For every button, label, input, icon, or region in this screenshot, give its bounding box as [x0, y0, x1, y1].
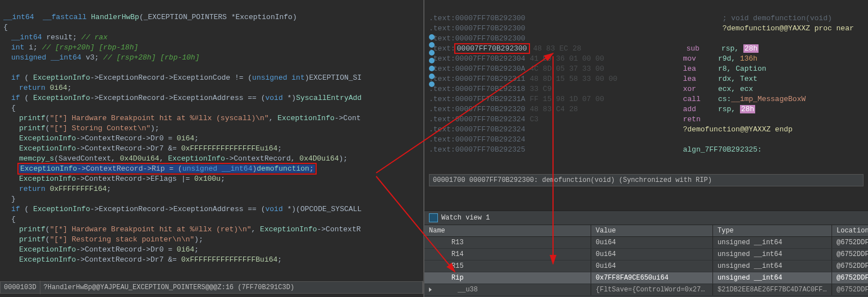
addr-6: .text:00007FF70B292311 — [429, 75, 526, 83]
mnm-lea1: lea — [683, 65, 696, 73]
bp-dot-icon[interactable] — [429, 66, 435, 71]
addr-8: .text:00007FF70B29231A — [429, 95, 526, 103]
str-hwbp-syscall: "[*] Hardware Breakpoint hit at %#llx (s… — [50, 114, 269, 122]
ops-xor: ecx, ecx — [718, 85, 753, 93]
watch-type: unsigned __int64 — [713, 237, 832, 248]
mnm-mov: mov — [683, 54, 696, 63]
col-type[interactable]: Type — [713, 225, 832, 236]
bp-dot-icon[interactable] — [429, 58, 435, 63]
fn-name: HandlerHwBp — [91, 13, 139, 21]
watch-type: unsigned __int64 — [713, 249, 832, 260]
proc-near: ?demofunction@@YAXXZ proc near — [723, 24, 854, 33]
bp-dot-icon[interactable] — [429, 74, 435, 79]
decompilation-pane[interactable]: __int64 __fastcall HandlerHwBp(_EXCEPTIO… — [0, 0, 424, 297]
imm-sub: 28h — [743, 44, 759, 53]
cmt-v3: // [rsp+28h] [rbp-10h] — [103, 53, 200, 62]
watch-value: 0ui64 — [591, 261, 713, 272]
watch-value: 0x7FF8FA9CE650ui64 — [591, 272, 713, 284]
cmt-i: // [rsp+20h] [rbp-18h] — [42, 43, 139, 52]
call-sym: __imp_MessageBoxW — [731, 95, 806, 103]
col-value[interactable]: Value — [591, 225, 713, 236]
addr-11: .text:00007FF70B292324 — [429, 125, 526, 134]
sd-off: 00001700 — [433, 176, 465, 184]
addr-9: .text:00007FF70B292320 — [429, 105, 526, 113]
hex-9: 48 83 C4 28 — [529, 105, 578, 113]
watch-header[interactable]: Name Value Type Location — [424, 225, 868, 237]
addr-0: .text:00007FF70B292300 — [429, 14, 526, 22]
status-sym: ?HandlerHwBp@@YAJPEAU_EXCEPTION_POINTERS… — [40, 281, 423, 294]
mnm-retn: retn — [683, 115, 701, 124]
str-restoring: "[*] Restoring stack pointer\n\n" — [50, 235, 194, 244]
status-offset: 0000103D — [1, 281, 40, 294]
bp-dot-icon[interactable] — [429, 34, 435, 40]
watch-row[interactable]: R150ui64unsigned __int64@6752DDF130 — [424, 261, 868, 272]
status-bar-disasm: 00001700 00007FF70B292300: demofunction(… — [429, 174, 864, 186]
disasm-code[interactable]: .text:00007FF70B292300 ; void demofuncti… — [424, 0, 868, 168]
watch-value: 0ui64 — [591, 237, 713, 248]
addr-7: .text:00007FF70B292318 — [429, 85, 526, 93]
watch-loc: @6752DDF120 — [832, 237, 868, 248]
watch-title: Watch view 1 — [424, 211, 868, 225]
sd-sync: (Synchronized with RIP) — [619, 176, 712, 184]
ops-add: rsp, — [718, 105, 740, 113]
watch-panel[interactable]: Watch view 1 Name Value Type Location R1… — [424, 211, 868, 297]
ops-lea1: r8, Caption — [718, 65, 766, 73]
mnm-lea2: lea — [683, 75, 696, 83]
watch-loc: @6752DDF128 — [832, 249, 868, 260]
watch-type: $21DB2EE8AE26FF7BC4D7AC0FF… — [713, 284, 832, 295]
str-storing: "[*] Storing Context\n" — [50, 124, 150, 132]
ops-mov: r9d, — [718, 54, 740, 63]
watch-title-text: Watch view 1 — [441, 214, 490, 222]
watch-name: __u38 — [435, 286, 478, 294]
sd-addr: 00007FF70B292300 — [469, 176, 534, 184]
imm-mov: 136h — [740, 54, 757, 63]
watch-row[interactable]: R130ui64unsigned __int64@6752DDF120 — [424, 237, 868, 249]
watch-loc: @6752DDF138 — [832, 272, 868, 284]
watch-type: unsigned __int64 — [713, 272, 832, 284]
hex-5: 4C 8D 05 37 33 00 — [529, 65, 604, 73]
watch-icon — [429, 213, 438, 222]
bp-dot-icon[interactable] — [429, 42, 435, 48]
disasm-gutter — [427, 3, 437, 89]
mnm-xor: xor — [683, 85, 696, 93]
hex-7: 33 C9 — [529, 85, 551, 93]
decomp-code[interactable]: __int64 __fastcall HandlerHwBp(_EXCEPTIO… — [0, 0, 423, 277]
endp: ?demofunction@@YAXXZ endp — [683, 125, 793, 134]
watch-row[interactable]: __u38{FltSave={ControlWord=0x27…$21DB2EE… — [424, 284, 868, 296]
watch-row[interactable]: Rip0x7FF8FA9CE650ui64unsigned __int64@67… — [424, 272, 868, 284]
hex-3: 48 83 EC 28 — [533, 44, 581, 53]
ops-lea2: rdx, Text — [718, 75, 757, 83]
sd-fn: demofunction(void) — [542, 176, 615, 184]
fn-args: (_EXCEPTION_POINTERS *ExceptionInfo) — [139, 13, 297, 21]
addr-5: .text:00007FF70B29230A — [429, 65, 526, 73]
watch-name: Rip — [429, 274, 464, 282]
mnm-call: call — [683, 95, 701, 103]
rip-assign-line[interactable]: ExceptionInfo->ContextRecord->Rip = (uns… — [19, 165, 315, 173]
watch-name: R14 — [429, 250, 464, 258]
hex-6: 48 8D 15 58 33 00 00 — [529, 75, 617, 83]
watch-name: R13 — [429, 239, 464, 246]
watch-row[interactable]: R140ui64unsigned __int64@6752DDF128 — [424, 249, 868, 261]
expand-icon[interactable] — [429, 287, 432, 292]
hex-8: FF 15 98 1D 07 00 — [529, 95, 604, 103]
algn: algn_7FF70B292325: — [683, 145, 762, 154]
cmt-rax: // rax — [81, 33, 108, 42]
watch-name: R15 — [429, 262, 464, 270]
addr-10: .text:00007FF70B292324 — [429, 115, 526, 124]
watch-loc: @6752DDF130 — [832, 261, 868, 272]
hex-4: 41 B9 36 01 00 00 — [529, 54, 604, 63]
col-name[interactable]: Name — [424, 225, 591, 236]
mnm-sub: sub — [687, 44, 700, 53]
watch-type: unsigned __int64 — [713, 261, 832, 272]
imm-add: 28h — [740, 105, 755, 113]
mnm-add: add — [683, 105, 696, 113]
col-location[interactable]: Location — [832, 225, 868, 236]
watch-loc: @6752DDF140 — [832, 284, 868, 295]
bp-dot-icon[interactable] — [429, 50, 435, 56]
bp-dot-icon[interactable] — [429, 81, 435, 87]
boxed-addr: 00007FF70B292300 — [455, 44, 529, 53]
hex-10: C3 — [529, 115, 538, 124]
addr-2: .text:00007FF70B292300 — [429, 34, 526, 43]
proto-cmt: ; void demofunction(void) — [723, 14, 832, 22]
watch-value: {FltSave={ControlWord=0x27… — [591, 284, 713, 295]
